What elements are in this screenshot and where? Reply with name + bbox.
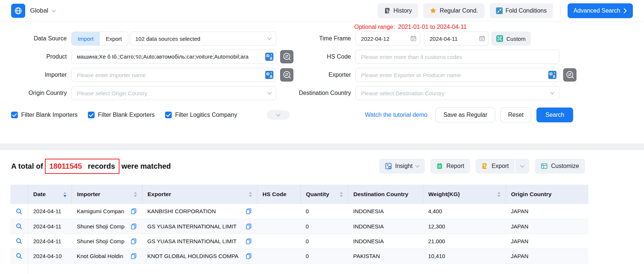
customize-label: Customize [551,163,579,169]
row-detail-cell [10,219,28,234]
exporter-label: Exporter [295,72,351,78]
summary-suffix: were matched [121,162,171,171]
product-input[interactable] [71,50,276,64]
search-panel: Optional range: 2021-01-01 to 2024-04-11… [0,22,644,143]
copy-icon[interactable] [131,238,137,244]
calendar-icon[interactable] [479,35,485,43]
export-dropdown-button[interactable] [515,159,529,174]
chevron-down-icon [267,90,271,94]
data-source-label: Data Source [11,35,67,42]
copy-icon[interactable] [246,223,252,230]
chevron-down-icon [267,36,271,40]
region-selector[interactable]: Global [30,7,55,14]
magnifier-icon[interactable] [16,237,23,244]
svg-text:A: A [270,56,272,60]
column-header-date[interactable]: Date [28,185,72,204]
star-icon [430,7,437,14]
app-logo[interactable] [11,4,25,18]
destination-country-label: Destination Country [295,90,351,96]
cell-quantity: 0 [300,248,348,263]
advanced-search-button[interactable]: Advanced Search [568,3,633,18]
sort-control[interactable] [246,192,252,197]
advanced-search-label: Advanced Search [574,7,620,14]
destination-country-placeholder: Please select Destination Country [361,90,444,96]
results-toolbar: BI Insight Report Export [379,159,585,174]
export-button[interactable]: Export [476,159,515,174]
checkbox-filter-blank-exporters[interactable]: Filter Blank Exporters [88,112,155,118]
results-section: A total of 18011545 records were matched… [0,157,644,274]
reset-button[interactable]: Reset [500,108,532,122]
section-divider [0,143,644,150]
tab-import[interactable]: Import [72,32,100,45]
destination-country-select[interactable]: Please select Destination Country [355,86,559,100]
fold-conditions-button[interactable]: Fold Conditions [490,3,553,18]
tutorial-link[interactable]: Watch the tutorial demo [365,112,427,118]
chevron-down-icon [415,163,419,167]
translate-icon[interactable]: A [548,71,556,80]
cell-weight: 4,400 [423,204,506,219]
translate-icon[interactable]: A [265,71,273,80]
export-doc-icon [482,163,488,169]
copy-icon[interactable] [246,208,252,214]
search-exchange-icon[interactable] [563,68,576,82]
sort-control[interactable] [494,192,500,197]
copy-icon[interactable] [131,253,137,259]
cell-origin: JAPAN [506,204,588,219]
calendar-icon[interactable] [410,35,417,43]
report-button[interactable]: Report [430,159,470,174]
checkbox-filter-logitics-company[interactable]: Filter Logitics Company [165,112,237,118]
detail-column-header [10,185,28,204]
tab-export[interactable]: Export [100,32,128,45]
column-header-weight[interactable]: Weight(KG) [423,185,506,204]
magnifier-icon[interactable] [16,252,23,258]
custom-range-button[interactable]: Custom [491,32,531,46]
origin-country-label: Origin Country [11,90,67,96]
column-header-quantity[interactable]: Quantity [300,185,348,204]
expand-conditions-button[interactable] [267,110,290,120]
insight-button[interactable]: BI Insight [379,159,425,174]
record-count-highlight-box: 18011545 records [45,159,119,174]
divider [560,6,561,16]
cell-date: 2024-04-11 [28,204,72,219]
table-header-row: Date Importer Exporter HS Code Quantity [10,185,588,204]
translate-icon[interactable]: A [265,53,273,62]
copy-icon[interactable] [131,223,137,230]
checkbox-filter-blank-importers[interactable]: Filter Blank Importers [11,112,78,118]
report-label: Report [446,163,464,169]
sort-control[interactable] [337,192,343,197]
search-exchange-icon[interactable] [280,50,293,63]
history-label: History [394,7,412,14]
cell-importer: Knot Global Holdin [72,248,142,263]
export-split-button: Export [476,159,529,174]
column-header-importer[interactable]: Importer [72,185,142,204]
copy-icon[interactable] [246,238,252,244]
cell-hs-code [257,248,300,263]
topbar-actions: History Regular Cond. Fold Conditions Ad… [378,3,633,18]
filter-label: Filter Blank Exporters [98,112,155,118]
fold-arrows-icon [496,7,503,14]
sort-control[interactable] [131,192,137,197]
column-header-exporter[interactable]: Exporter [142,185,257,204]
importer-input[interactable] [71,68,276,82]
exporter-input[interactable] [355,68,559,82]
magnifier-icon[interactable] [16,208,23,214]
product-label: Product [11,53,67,60]
copy-icon[interactable] [246,253,252,259]
svg-text:A: A [553,75,555,79]
search-button[interactable]: Search [536,108,573,122]
regular-cond-button[interactable]: Regular Cond. [423,3,484,18]
save-as-regular-button[interactable]: Save as Regular [436,108,495,122]
origin-country-select[interactable]: Please select Origin Country [71,86,276,100]
sort-control[interactable] [60,192,66,197]
magnifier-icon[interactable] [16,222,23,229]
checkbox-checked-icon [11,112,18,118]
customize-button[interactable]: Customize [535,159,585,174]
cell-weight: 12,300 [423,219,506,234]
data-sources-select[interactable]: 102 data sources selected [130,32,276,46]
hs-code-input[interactable] [355,50,559,64]
history-button[interactable]: History [378,3,418,18]
cell-quantity: 0 [300,219,348,234]
search-exchange-icon[interactable] [280,68,293,82]
copy-icon[interactable] [131,208,137,214]
record-count: 18011545 [49,162,82,171]
